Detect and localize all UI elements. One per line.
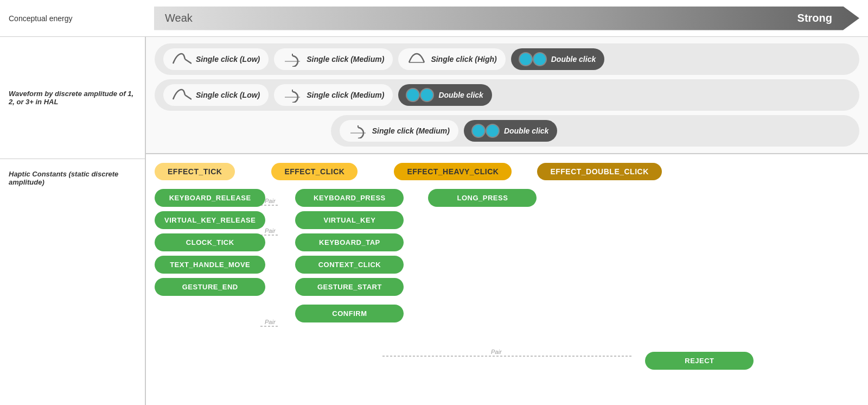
pair-spacing-3 xyxy=(537,189,645,370)
energy-weak-label: Weak xyxy=(165,12,193,24)
waveform-pill-med-3-label: Single click (Medium) xyxy=(372,126,450,135)
waveform-pill-high-1-label: Single click (High) xyxy=(431,55,496,64)
conceptual-energy-label: Conceptual energy xyxy=(0,9,145,28)
waveform-pill-med-2-label: Single click (Medium) xyxy=(307,91,384,99)
effect-click-btn[interactable]: EFFECT_CLICK xyxy=(271,163,358,180)
waveform-section: Single click (Low) Single click (Medium) xyxy=(146,37,868,154)
double-icon-1 xyxy=(520,52,547,67)
waveform-pill-double-1-label: Double click xyxy=(551,55,596,64)
energy-arrow: Weak Strong xyxy=(154,7,859,30)
waveform-section-label: Waveform by discrete amplitude of 1, 2, … xyxy=(0,37,145,159)
top-row: Conceptual energy Weak Strong xyxy=(0,0,868,37)
col-tick: KEYBOARD_RELEASE VIRTUAL_KEY_RELEASE CLO… xyxy=(155,189,265,370)
col-click: KEYBOARD_PRESS VIRTUAL_KEY KEYBOARD_TAP … xyxy=(295,189,404,370)
dot-2 xyxy=(534,53,546,65)
clock-tick-btn[interactable]: CLOCK_TICK xyxy=(155,233,265,251)
waveform-pill-double-3: Double click xyxy=(464,120,557,142)
effect-tick-btn[interactable]: EFFECT_TICK xyxy=(155,163,235,180)
confirm-btn[interactable]: CONFIRM xyxy=(295,305,404,322)
waveform-pill-med-2: Single click (Medium) xyxy=(274,84,393,106)
col-heavy: LONG_PRESS xyxy=(428,189,537,370)
waveform-row-2: Single click (Low) Single click (Medium) xyxy=(155,79,859,111)
haptic-section: EFFECT_TICK EFFECT_CLICK EFFECT_HEAVY_CL… xyxy=(146,154,868,405)
dot-6 xyxy=(487,125,499,137)
waveform-pill-low-1-label: Single click (Low) xyxy=(196,55,260,64)
waveform-pill-low-2: Single click (Low) xyxy=(163,84,269,106)
col-double: REJECT xyxy=(645,352,754,370)
energy-bar-container: Weak Strong xyxy=(145,0,868,36)
pair-spacing-2 xyxy=(404,189,428,370)
double-icon-2 xyxy=(407,87,434,103)
dot-5 xyxy=(473,125,484,137)
constants-area: Pair Pair Pair Pair xyxy=(155,189,859,396)
gesture-end-btn[interactable]: GESTURE_END xyxy=(155,278,265,296)
waveform-pill-med-1: Single click (Medium) xyxy=(274,48,393,70)
keyboard-press-btn[interactable]: KEYBOARD_PRESS xyxy=(295,189,404,207)
text-handle-move-btn[interactable]: TEXT_HANDLE_MOVE xyxy=(155,256,265,274)
long-press-btn[interactable]: LONG_PRESS xyxy=(428,189,537,207)
energy-strong-label: Strong xyxy=(797,12,832,24)
reject-btn[interactable]: REJECT xyxy=(645,352,754,370)
content-right: Single click (Low) Single click (Medium) xyxy=(145,37,868,405)
double-icon-3 xyxy=(473,123,500,138)
waveform-row-3: Single click (Medium) Double click xyxy=(331,115,859,147)
effect-double-btn[interactable]: EFFECT_DOUBLE_CLICK xyxy=(537,163,661,180)
dot-1 xyxy=(520,53,532,65)
waveform-pill-double-2-label: Double click xyxy=(438,91,483,99)
waveform-pill-double-2: Double click xyxy=(398,84,492,106)
waveform-pill-high-1: Single click (High) xyxy=(398,48,505,70)
dot-4 xyxy=(421,89,433,101)
gesture-start-btn[interactable]: GESTURE_START xyxy=(295,278,404,296)
effect-heavy-btn[interactable]: EFFECT_HEAVY_CLICK xyxy=(394,163,512,180)
dot-3 xyxy=(407,89,419,101)
pair-spacing-1 xyxy=(265,189,295,370)
waveform-pill-med-3: Single click (Medium) xyxy=(340,120,458,142)
waveform-pill-double-3-label: Double click xyxy=(504,126,548,135)
haptic-section-label: Haptic Constants (static discrete amplit… xyxy=(0,159,145,197)
waveform-pill-med-1-label: Single click (Medium) xyxy=(307,55,384,64)
keyboard-tap-btn[interactable]: KEYBOARD_TAP xyxy=(295,233,404,251)
keyboard-release-btn[interactable]: KEYBOARD_RELEASE xyxy=(155,189,265,207)
waveform-pill-low-1: Single click (Low) xyxy=(163,48,269,70)
energy-arrow-bg xyxy=(154,7,859,30)
waveform-pill-low-2-label: Single click (Low) xyxy=(196,91,260,99)
effects-row: EFFECT_TICK EFFECT_CLICK EFFECT_HEAVY_CL… xyxy=(155,163,859,180)
content-area: Waveform by discrete amplitude of 1, 2, … xyxy=(0,37,868,405)
virtual-key-release-btn[interactable]: VIRTUAL_KEY_RELEASE xyxy=(155,211,265,229)
left-labels: Waveform by discrete amplitude of 1, 2, … xyxy=(0,37,145,405)
waveform-row-1: Single click (Low) Single click (Medium) xyxy=(155,43,859,75)
main-container: Conceptual energy Weak Strong Waveform b… xyxy=(0,0,868,405)
waveform-pill-double-1: Double click xyxy=(511,48,604,70)
constants-columns: KEYBOARD_RELEASE VIRTUAL_KEY_RELEASE CLO… xyxy=(155,189,859,370)
context-click-btn[interactable]: CONTEXT_CLICK xyxy=(295,256,404,274)
virtual-key-btn[interactable]: VIRTUAL_KEY xyxy=(295,211,404,229)
